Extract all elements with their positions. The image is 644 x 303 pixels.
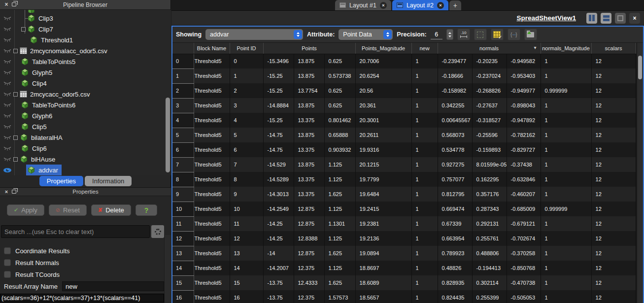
cell[interactable]: 18.8697	[355, 261, 411, 275]
row-number-cell[interactable]: 9	[172, 187, 194, 202]
pipeline-item-content[interactable]: Clip7	[26, 24, 57, 34]
cell[interactable]: 12	[591, 142, 636, 157]
cell[interactable]: -0.685009	[507, 202, 541, 216]
expander-icon[interactable]	[13, 92, 18, 97]
properties-scrollbar-track[interactable]	[164, 235, 171, 303]
cell[interactable]: 0.302114	[472, 275, 507, 290]
cell[interactable]: 1	[411, 54, 438, 68]
pipeline-item-Threshold1[interactable]: Threshold1	[0, 34, 171, 45]
cell[interactable]: -0.18666	[438, 68, 472, 83]
cell[interactable]: -13.75	[263, 290, 294, 303]
cell[interactable]: 1	[230, 68, 263, 83]
pipeline-item-Clip6[interactable]: Clip6	[0, 143, 171, 154]
precision-value[interactable]: 6	[431, 30, 442, 39]
cell[interactable]: -0.947892	[507, 113, 541, 128]
tab-layout-2[interactable]: Layout #2 ×	[392, 0, 448, 10]
cell[interactable]: -0.470738	[507, 275, 541, 290]
cell[interactable]: 0.48826	[438, 261, 472, 275]
cell[interactable]: -0.194413	[472, 261, 507, 275]
cell[interactable]: -0.318527	[472, 113, 507, 128]
detach-icon[interactable]	[12, 2, 16, 6]
cell[interactable]: 13.375	[294, 187, 324, 202]
cell[interactable]: 0.357176	[472, 187, 507, 202]
cell[interactable]: 1.125	[324, 157, 355, 172]
close-tab-icon[interactable]: ×	[380, 2, 387, 9]
cell[interactable]: -15.25	[263, 113, 294, 128]
view-title[interactable]: SpreadSheetView1	[516, 14, 576, 22]
cell[interactable]: 0.801462	[324, 113, 355, 128]
cell[interactable]: 1	[411, 231, 438, 246]
cell[interactable]: 11	[230, 216, 263, 231]
cell[interactable]: 13.875	[294, 54, 324, 68]
cell[interactable]: 0.903932	[324, 142, 355, 157]
tab-information[interactable]: Information	[85, 176, 132, 186]
col-points-magnitude[interactable]: Points_Magnitude	[355, 43, 411, 54]
cell[interactable]: -0.237024	[472, 68, 507, 83]
pipeline-item-Glyph6[interactable]: Glyph6	[0, 110, 171, 121]
cell[interactable]: Threshold5	[194, 157, 230, 172]
row-number-cell[interactable]: 10	[172, 202, 194, 216]
cell[interactable]: 0.789923	[438, 246, 472, 261]
pipeline-item-content[interactable]: 2mcycacc_odor5.csv	[19, 89, 93, 100]
cell[interactable]: 19.2381	[355, 216, 411, 231]
cell[interactable]: 19.2415	[355, 202, 411, 216]
cell[interactable]: 1.1301	[324, 216, 355, 231]
cell[interactable]: -0.460207	[507, 187, 541, 202]
eye-closed-icon[interactable]	[1, 89, 13, 100]
row-number-cell[interactable]: 11	[172, 216, 194, 231]
pipeline-item-content[interactable]: TableToPoints5	[20, 56, 79, 67]
attribute-dropdown[interactable]: Point Data	[339, 29, 393, 40]
eye-closed-icon[interactable]	[1, 24, 13, 34]
eye-open-icon[interactable]	[1, 165, 13, 175]
cell[interactable]: 5	[230, 128, 263, 142]
cell[interactable]: 1	[411, 142, 438, 157]
cell[interactable]: -0.370258	[507, 246, 541, 261]
table-row[interactable]: 6Threshold56-14.7513.3750.90393219.93161…	[172, 142, 636, 157]
cell[interactable]: 0.568073	[438, 128, 472, 142]
pipeline-item-Glyph5[interactable]: Glyph5	[0, 67, 171, 78]
cell[interactable]: -0.159893	[472, 142, 507, 157]
cell[interactable]: 1.125	[324, 202, 355, 216]
eye-closed-icon[interactable]	[1, 56, 13, 67]
pipeline-item-content[interactable]: addvar	[26, 165, 62, 175]
cell[interactable]: 1	[541, 290, 591, 303]
cell[interactable]: 12	[591, 128, 636, 142]
cell[interactable]: 0.812795	[438, 187, 472, 202]
pipeline-item-TableToPoints5[interactable]: TableToPoints5	[0, 56, 171, 67]
pipeline-item-content[interactable]: Clip4	[20, 78, 50, 89]
table-row[interactable]: 8Threshold58-14.528913.3751.12519.779910…	[172, 172, 636, 187]
cell[interactable]: -0.27637	[472, 98, 507, 113]
expander-icon[interactable]	[13, 49, 18, 53]
col-points[interactable]: Points	[263, 43, 355, 54]
close-view-button[interactable]: ×	[629, 13, 640, 24]
cell[interactable]: 0.534778	[438, 142, 472, 157]
cell[interactable]: 9	[230, 187, 263, 202]
cell[interactable]: 0.824435	[438, 290, 472, 303]
cell[interactable]: -0.158982	[438, 83, 472, 98]
row-number-cell[interactable]: 16	[172, 290, 194, 303]
cell[interactable]: -0.898043	[507, 98, 541, 113]
cell[interactable]: -14.2007	[263, 261, 294, 275]
cell[interactable]: Threshold5	[194, 231, 230, 246]
reset-button[interactable]: ⊘ Reset	[49, 204, 87, 216]
export-spreadsheet-button[interactable]	[524, 29, 537, 40]
precision-stepper[interactable]	[446, 29, 453, 40]
cell[interactable]: 19.6484	[355, 187, 411, 202]
row-number-cell[interactable]: 15	[172, 275, 194, 290]
col-normals[interactable]: normals ▾	[438, 43, 541, 54]
table-row[interactable]: 2Threshold52-15.2513.77540.62520.561-0.1…	[172, 83, 636, 98]
cell[interactable]: 15	[230, 275, 263, 290]
row-number-cell[interactable]: 2	[172, 83, 194, 98]
cell[interactable]: 0.342255	[438, 98, 472, 113]
close-icon[interactable]: ×	[3, 1, 10, 8]
eye-closed-icon[interactable]	[1, 121, 13, 132]
cell[interactable]: Threshold5	[194, 83, 230, 98]
cell[interactable]: -14.8884	[263, 98, 294, 113]
cell[interactable]: 12	[591, 261, 636, 275]
pipeline-item-biHAuse[interactable]: biHAuse	[0, 154, 171, 165]
cell[interactable]: 13.7754	[294, 83, 324, 98]
cell[interactable]: 1.57573	[324, 290, 355, 303]
cell[interactable]: 19.2136	[355, 231, 411, 246]
cell[interactable]: 1	[541, 261, 591, 275]
pipeline-item-content[interactable]: Threshold1	[29, 34, 76, 45]
